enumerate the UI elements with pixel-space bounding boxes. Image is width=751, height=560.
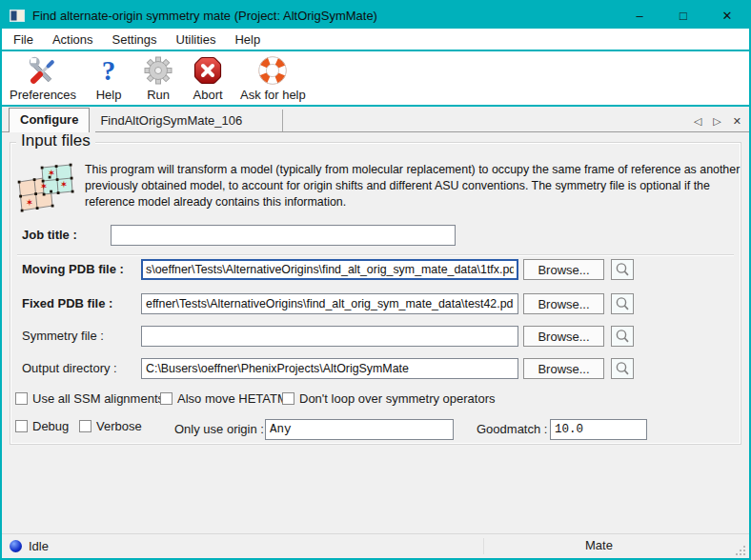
window-controls: – □ ✕ bbox=[618, 2, 749, 29]
job-title-label: Job title : bbox=[22, 228, 77, 242]
checkbox-label: Also move HETATM bbox=[177, 391, 288, 406]
fixed-pdb-view-button[interactable] bbox=[611, 293, 634, 314]
moving-pdb-browse-button[interactable]: Browse... bbox=[523, 259, 604, 280]
ask-for-help-button[interactable]: Ask for help bbox=[240, 53, 306, 102]
moving-pdb-view-button[interactable] bbox=[611, 259, 634, 280]
tab-strip: Configure FindAltOrigSymMate_106 ◁ ▷ ✕ bbox=[2, 109, 749, 132]
close-button[interactable]: ✕ bbox=[705, 2, 749, 29]
magnifier-icon bbox=[614, 328, 631, 345]
tab-configure[interactable]: Configure bbox=[9, 108, 90, 132]
magnifier-icon bbox=[614, 295, 631, 312]
input-files-groupbox: Input files bbox=[10, 142, 741, 445]
tools-icon bbox=[28, 53, 59, 88]
tab-next-icon[interactable]: ▷ bbox=[713, 115, 721, 128]
minimize-button[interactable]: – bbox=[618, 2, 661, 29]
configure-panel: Input files bbox=[2, 133, 749, 533]
magnifier-icon bbox=[614, 261, 631, 278]
horizontal-separator bbox=[17, 254, 734, 256]
checkbox-box bbox=[79, 420, 91, 432]
window-title: Find alternate-origin symmetry mate (Pro… bbox=[32, 9, 377, 23]
abort-icon bbox=[193, 53, 223, 88]
status-ghost-text: Mate bbox=[585, 538, 613, 552]
tab-prev-icon[interactable]: ◁ bbox=[694, 115, 701, 128]
menu-file[interactable]: File bbox=[4, 30, 43, 49]
preferences-label: Preferences bbox=[10, 88, 76, 102]
svg-text:✶: ✶ bbox=[48, 168, 55, 178]
fixed-pdb-row: Fixed PDB file : Browse... bbox=[10, 293, 741, 316]
symmetry-file-view-button[interactable] bbox=[611, 326, 634, 347]
tab-findaltorigsymmate-106[interactable]: FindAltOrigSymMate_106 bbox=[90, 110, 283, 131]
unit-cell-icon: ✶ ✶ ✶ ✶ bbox=[16, 162, 75, 215]
life-ring-icon bbox=[257, 53, 288, 88]
checkbox-label: Use all SSM alignments bbox=[32, 391, 164, 406]
checkbox-box bbox=[282, 392, 294, 405]
goodmatch-label: Goodmatch : bbox=[477, 422, 547, 436]
status-divider bbox=[483, 538, 484, 554]
only-use-origin-input[interactable] bbox=[265, 419, 454, 440]
question-icon: ? bbox=[102, 53, 116, 88]
magnifier-icon bbox=[614, 360, 631, 377]
checkbox-label: Verbose bbox=[96, 419, 142, 433]
job-title-input[interactable] bbox=[111, 225, 456, 246]
output-directory-input[interactable] bbox=[141, 358, 518, 379]
use-all-ssm-alignments-checkbox[interactable]: Use all SSM alignments bbox=[15, 391, 164, 406]
fixed-pdb-input[interactable] bbox=[141, 293, 518, 314]
symmetry-file-input[interactable] bbox=[141, 326, 518, 347]
also-move-hetatm-checkbox[interactable]: Also move HETATM bbox=[160, 391, 288, 406]
symmetry-file-row: Symmetry file : Browse... bbox=[10, 326, 741, 349]
checkbox-label: Don't loop over symmetry operators bbox=[299, 391, 496, 406]
status-bar: Idle Mate bbox=[2, 533, 749, 558]
menu-actions[interactable]: Actions bbox=[43, 30, 103, 49]
run-button[interactable]: Run bbox=[141, 53, 175, 102]
status-sphere-icon bbox=[10, 540, 22, 552]
gear-icon bbox=[143, 53, 173, 88]
checkbox-box bbox=[15, 420, 28, 432]
menu-settings[interactable]: Settings bbox=[103, 30, 167, 49]
tab-nav: ◁ ▷ ✕ bbox=[694, 115, 741, 128]
svg-text:✶: ✶ bbox=[60, 179, 68, 190]
ask-for-help-label: Ask for help bbox=[240, 88, 306, 102]
debug-checkbox[interactable]: Debug bbox=[15, 419, 69, 433]
app-icon bbox=[10, 10, 25, 22]
tab-close-icon[interactable]: ✕ bbox=[733, 115, 741, 128]
moving-pdb-label: Moving PDB file : bbox=[22, 262, 124, 276]
symmetry-file-label: Symmetry file : bbox=[22, 329, 104, 343]
checkbox-row-1: Use all SSM alignments Also move HETATM … bbox=[10, 391, 741, 414]
output-directory-label: Output directory : bbox=[22, 361, 117, 375]
dont-loop-over-symmetry-operators-checkbox[interactable]: Don't loop over symmetry operators bbox=[282, 391, 496, 406]
menu-utilities[interactable]: Utilities bbox=[167, 30, 226, 49]
checkbox-box bbox=[15, 392, 28, 405]
moving-pdb-input[interactable] bbox=[141, 259, 518, 280]
abort-button[interactable]: Abort bbox=[191, 53, 225, 102]
preferences-button[interactable]: Preferences bbox=[10, 53, 76, 102]
job-title-row: Job title : bbox=[10, 225, 741, 248]
checkbox-box bbox=[160, 392, 173, 405]
svg-text:✶: ✶ bbox=[26, 197, 33, 208]
fixed-pdb-label: Fixed PDB file : bbox=[22, 296, 112, 310]
goodmatch-input[interactable] bbox=[550, 419, 647, 440]
symmetry-file-browse-button[interactable]: Browse... bbox=[523, 326, 604, 347]
checkbox-row-2: Debug Verbose Only use origin : Goodmatc… bbox=[10, 419, 741, 442]
help-button[interactable]: ? Help bbox=[91, 53, 126, 102]
output-directory-view-button[interactable] bbox=[611, 358, 634, 379]
help-label: Help bbox=[96, 88, 122, 102]
abort-label: Abort bbox=[193, 88, 223, 102]
fixed-pdb-browse-button[interactable]: Browse... bbox=[523, 293, 604, 314]
main-content: Configure FindAltOrigSymMate_106 ◁ ▷ ✕ I… bbox=[2, 107, 749, 533]
output-directory-row: Output directory : Browse... bbox=[10, 358, 741, 381]
title-bar: Find alternate-origin symmetry mate (Pro… bbox=[2, 2, 749, 29]
moving-pdb-row: Moving PDB file : Browse... bbox=[10, 259, 741, 282]
verbose-checkbox[interactable]: Verbose bbox=[79, 419, 142, 433]
resize-grip[interactable] bbox=[734, 544, 746, 556]
toolbar: Preferences ? Help bbox=[2, 51, 749, 105]
menu-help[interactable]: Help bbox=[225, 30, 270, 49]
only-use-origin-label: Only use origin : bbox=[174, 422, 264, 436]
program-description: This program will transform a model (typ… bbox=[85, 162, 744, 210]
status-text: Idle bbox=[29, 539, 49, 553]
run-label: Run bbox=[147, 88, 170, 102]
maximize-button[interactable]: □ bbox=[661, 2, 705, 29]
checkbox-label: Debug bbox=[32, 419, 69, 433]
menu-bar: File Actions Settings Utilities Help bbox=[2, 29, 749, 50]
output-directory-browse-button[interactable]: Browse... bbox=[523, 358, 604, 379]
group-title: Input files bbox=[16, 131, 95, 150]
